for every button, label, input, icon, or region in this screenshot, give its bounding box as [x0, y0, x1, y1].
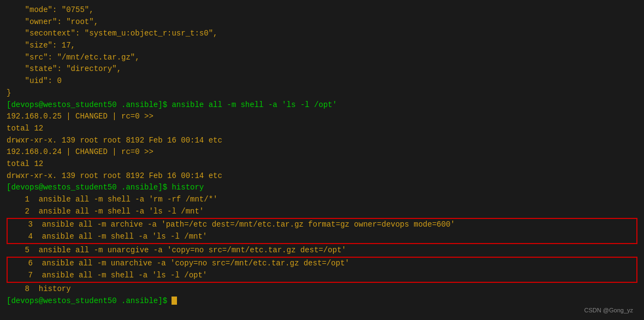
terminal-line-l5: "src": "/mnt/etc.tar.gz",: [7, 52, 637, 64]
terminal-line-l23: 7 ansible all -m shell -a 'ls -l /opt': [8, 270, 636, 282]
terminal-line-l11: total 12: [7, 123, 637, 135]
terminal-line-l14: total 12: [7, 158, 637, 170]
watermark: CSDN @Gong_yz: [584, 307, 633, 313]
terminal-line-l24: 8 history: [7, 283, 637, 295]
terminal-line-l1: "mode": "0755",: [7, 4, 637, 16]
terminal-line-l16: [devops@westos_student50 .ansible]$ hist…: [7, 182, 637, 194]
terminal-line-l17: 1 ansible all -m shell -a 'rm -rf /mnt/*…: [7, 194, 637, 206]
terminal-line-l6: "state": "directory",: [7, 63, 637, 75]
terminal-line-l10: 192.168.0.25 | CHANGED | rc=0 >>: [7, 111, 637, 123]
terminal-window: "mode": "0755", "owner": "root", "secont…: [7, 4, 637, 316]
terminal-line-l12: drwxr-xr-x. 139 root root 8192 Feb 16 00…: [7, 135, 637, 147]
terminal-line-l21: 5 ansible all -m unarcgive -a 'copy=no s…: [7, 245, 637, 257]
terminal-line-l4: "size": 17,: [7, 40, 637, 52]
terminal-line-l13: 192.168.0.24 | CHANGED | rc=0 >>: [7, 146, 637, 158]
terminal-line-l9: [devops@westos_student50 .ansible]$ ansi…: [7, 99, 637, 111]
terminal-line-l22: 6 ansible all -m unarchive -a 'copy=no s…: [8, 258, 636, 270]
terminal-line-l7: "uid": 0: [7, 75, 637, 87]
terminal-line-l2: "owner": "root",: [7, 16, 637, 28]
terminal-line-l19: 3 ansible all -m archive -a 'path=/etc d…: [8, 219, 636, 231]
terminal-line-l3: "secontext": "system_u:object_r:usr_t:s0…: [7, 28, 637, 40]
terminal-cursor: [172, 297, 177, 305]
terminal-line-l15: drwxr-xr-x. 139 root root 8192 Feb 16 00…: [7, 170, 637, 182]
terminal-line-l18: 2 ansible all -m shell -a 'ls -l /mnt': [7, 206, 637, 218]
terminal-line-l8: }: [7, 87, 637, 99]
terminal-line-l20: 4 ansible all -m shell -a 'ls -l /mnt': [8, 231, 636, 243]
terminal-line-l25: [devops@westos_student50 .ansible]$: [7, 295, 637, 307]
